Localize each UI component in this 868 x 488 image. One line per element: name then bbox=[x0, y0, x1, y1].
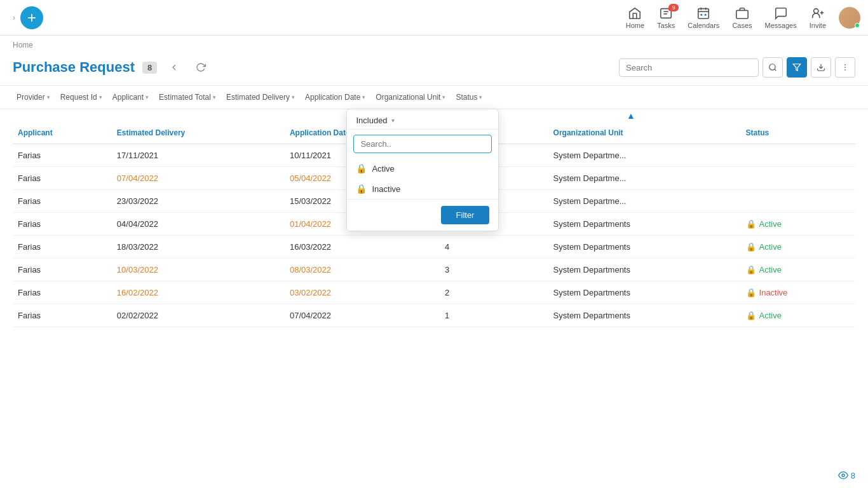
cell-org-unit: System Departme... bbox=[548, 144, 741, 167]
app-date-chevron-icon: ▾ bbox=[362, 94, 365, 100]
cell-org-unit: System Departments bbox=[548, 259, 741, 281]
top-navigation: › + Home 9 Tasks bbox=[0, 0, 868, 36]
cell-estimated-delivery: 10/03/2022 bbox=[112, 259, 285, 281]
cell-applicant: Farias bbox=[13, 259, 112, 281]
status-chevron-icon: ▾ bbox=[479, 94, 482, 100]
table-row[interactable]: Farias02/02/202207/04/20221System Depart… bbox=[13, 304, 855, 327]
page-header: Purchase Request 8 bbox=[0, 52, 868, 86]
cell-org-unit: System Departme... bbox=[548, 190, 741, 213]
dropdown-chevron-icon: ▾ bbox=[391, 117, 395, 124]
tasks-badge: 9 bbox=[668, 4, 679, 11]
cell-application-date: 16/03/2022 bbox=[285, 236, 440, 259]
cell-applicant: Farias bbox=[13, 281, 112, 304]
nav-messages-label: Messages bbox=[765, 22, 797, 29]
status-active: 🔒Active bbox=[746, 242, 850, 252]
more-options-button[interactable] bbox=[835, 57, 855, 78]
cell-status bbox=[741, 167, 855, 190]
cell-estimated-delivery: 04/04/2022 bbox=[112, 213, 285, 236]
cell-org-unit: System Departments bbox=[548, 281, 741, 304]
svg-rect-14 bbox=[701, 13, 703, 15]
page-footer: 8 bbox=[838, 470, 855, 480]
svg-rect-16 bbox=[736, 10, 748, 18]
status-active: 🔒Active bbox=[746, 219, 850, 229]
active-lock-icon: 🔒 bbox=[746, 265, 756, 274]
cell-applicant: Farias bbox=[13, 190, 112, 213]
col-filter-estimated-delivery[interactable]: Estimated Delivery ▾ bbox=[222, 91, 299, 104]
status-col-wrap: Status ▾ Included ▾ 🔒 Active 🔒 Inac bbox=[452, 91, 486, 104]
cell-application-date: 08/03/2022 bbox=[285, 259, 440, 281]
cell-estimated-delivery: 18/03/2022 bbox=[112, 236, 285, 259]
avatar[interactable] bbox=[839, 7, 860, 29]
status-active: 🔒Active bbox=[746, 265, 850, 274]
nav-cases-label: Cases bbox=[732, 22, 752, 29]
cell-status bbox=[741, 144, 855, 167]
search-input[interactable] bbox=[619, 58, 759, 77]
dropdown-search-input[interactable] bbox=[353, 135, 492, 153]
cell-applicant: Farias bbox=[13, 236, 112, 259]
dropdown-option-active[interactable]: 🔒 Active bbox=[347, 158, 498, 179]
svg-point-20 bbox=[770, 64, 775, 70]
column-filters-row: Provider ▾ Request Id ▾ Applicant ▾ Esti… bbox=[0, 86, 868, 109]
nav-expand-chevron[interactable]: › bbox=[13, 13, 15, 22]
cell-status: 🔒Active bbox=[741, 304, 855, 327]
col-filter-provider[interactable]: Provider ▾ bbox=[13, 91, 54, 104]
dropdown-search-wrap bbox=[347, 130, 498, 158]
svg-point-25 bbox=[844, 67, 846, 68]
nav-item-home[interactable]: Home bbox=[626, 6, 644, 29]
active-lock-icon: 🔒 bbox=[356, 163, 367, 173]
cell-request-id: 3 bbox=[440, 259, 548, 281]
active-lock-icon: 🔒 bbox=[746, 311, 756, 320]
nav-add-button[interactable]: + bbox=[20, 6, 43, 29]
nav-item-cases[interactable]: Cases bbox=[732, 6, 752, 29]
col-filter-estimated-total[interactable]: Estimated Total ▾ bbox=[155, 91, 220, 104]
svg-point-24 bbox=[844, 64, 846, 65]
search-button[interactable] bbox=[763, 57, 783, 78]
cell-estimated-delivery: 07/04/2022 bbox=[112, 167, 285, 190]
table-row[interactable]: Farias18/03/202216/03/20224System Depart… bbox=[13, 236, 855, 259]
search-area bbox=[619, 57, 855, 78]
dropdown-header: Included ▾ bbox=[347, 109, 498, 130]
nav-calendars-label: Calendars bbox=[688, 22, 719, 29]
table-row[interactable]: Farias16/02/202203/02/20222System Depart… bbox=[13, 281, 855, 304]
refresh-button[interactable] bbox=[191, 58, 210, 77]
record-count-badge: 8 bbox=[142, 62, 157, 74]
eye-icon bbox=[838, 470, 848, 480]
table-row[interactable]: Farias10/03/202208/03/20223System Depart… bbox=[13, 259, 855, 281]
download-button[interactable] bbox=[811, 57, 831, 78]
status-inactive: 🔒Inactive bbox=[746, 288, 850, 297]
provider-chevron-icon: ▾ bbox=[47, 94, 50, 100]
active-lock-icon: 🔒 bbox=[746, 242, 756, 252]
cell-estimated-delivery: 02/02/2022 bbox=[112, 304, 285, 327]
cell-applicant: Farias bbox=[13, 304, 112, 327]
inactive-lock-icon: 🔒 bbox=[746, 288, 756, 297]
cell-estimated-delivery: 17/11/2021 bbox=[112, 144, 285, 167]
cell-org-unit: System Departments bbox=[548, 213, 741, 236]
nav-item-messages[interactable]: Messages bbox=[765, 6, 797, 29]
col-filter-org-unit[interactable]: Organizational Unit ▾ bbox=[372, 91, 449, 104]
th-estimated-delivery: Estimated Delivery bbox=[112, 122, 285, 144]
nav-item-tasks[interactable]: 9 Tasks bbox=[657, 6, 675, 29]
cell-status: 🔒Active bbox=[741, 213, 855, 236]
svg-point-17 bbox=[813, 8, 818, 13]
cell-application-date: 07/04/2022 bbox=[285, 304, 440, 327]
page-container: Home Purchase Request 8 bbox=[0, 36, 868, 488]
cell-status bbox=[741, 190, 855, 213]
chevron-up-icon[interactable]: ▲ bbox=[627, 111, 635, 121]
est-delivery-chevron-icon: ▾ bbox=[292, 94, 295, 100]
avatar-online-indicator bbox=[855, 23, 860, 28]
nav-item-calendars[interactable]: Calendars bbox=[688, 6, 719, 29]
nav-item-invite[interactable]: Invite bbox=[810, 6, 826, 29]
cell-applicant: Farias bbox=[13, 167, 112, 190]
col-filter-request-id[interactable]: Request Id ▾ bbox=[57, 91, 106, 104]
dropdown-option-inactive[interactable]: 🔒 Inactive bbox=[347, 179, 498, 199]
col-filter-status[interactable]: Status ▾ bbox=[452, 91, 486, 104]
page-title: Purchase Request bbox=[13, 59, 135, 76]
col-filter-applicant[interactable]: Applicant ▾ bbox=[109, 91, 153, 104]
cell-applicant: Farias bbox=[13, 213, 112, 236]
active-lock-icon: 🔒 bbox=[746, 219, 756, 229]
back-button[interactable] bbox=[165, 58, 184, 77]
col-filter-application-date[interactable]: Application Date ▾ bbox=[301, 91, 369, 104]
filter-button[interactable] bbox=[787, 57, 807, 78]
cell-status: 🔒Active bbox=[741, 236, 855, 259]
filter-apply-button[interactable]: Filter bbox=[441, 206, 490, 224]
